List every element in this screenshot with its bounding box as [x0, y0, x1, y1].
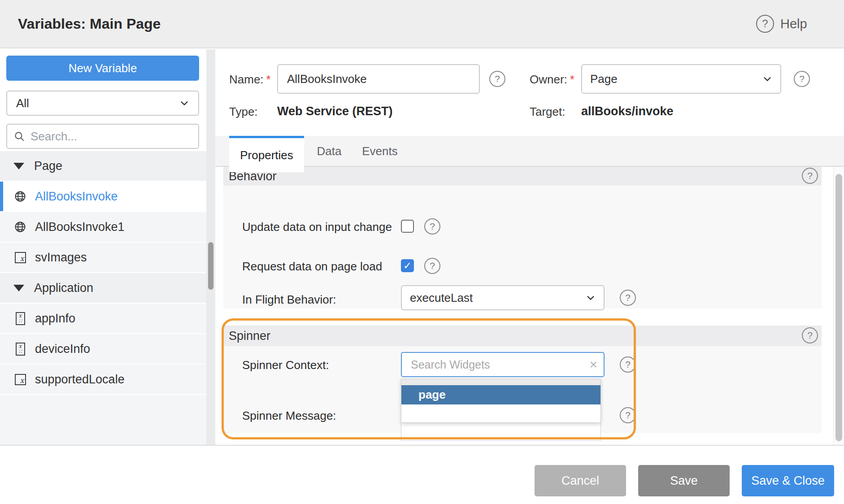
- spinner-context-input[interactable]: [411, 358, 589, 371]
- variable-filter-select[interactable]: All: [6, 91, 199, 116]
- variable-tree: Page AllBooksInvoke AllBooksInvoke1 x sv…: [0, 151, 206, 445]
- filter-selected-value: All: [16, 96, 29, 110]
- tree-item-svimages[interactable]: x svImages: [0, 243, 206, 272]
- variable-search-box: [6, 124, 199, 149]
- spinner-section-header: Spinner: [223, 326, 822, 346]
- new-variable-button[interactable]: New Variable: [6, 56, 199, 81]
- name-help-icon[interactable]: ?: [489, 71, 505, 87]
- static-variable-icon: x: [13, 252, 27, 263]
- request-on-load-checkbox[interactable]: ✓: [401, 259, 414, 272]
- behavior-section-body: Update data on input change ? Request da…: [223, 186, 822, 308]
- spinner-context-label: Spinner Context:: [242, 358, 329, 372]
- dropdown-top-gap: [401, 379, 600, 385]
- sidebar-scrollbar-thumb[interactable]: [208, 242, 213, 290]
- save-button[interactable]: Save: [638, 465, 730, 496]
- tree-group-application[interactable]: Application: [0, 273, 206, 303]
- chevron-down-icon: [762, 74, 772, 84]
- model-variable-icon: x∷: [13, 343, 27, 356]
- help-question-icon: ?: [756, 15, 774, 33]
- search-input[interactable]: [30, 130, 192, 143]
- tree-item-allbooksinvoke1[interactable]: AllBooksInvoke1: [0, 212, 206, 242]
- dialog-footer: Cancel Save Save & Close: [0, 446, 844, 504]
- spinner-section-title: Spinner: [229, 329, 270, 343]
- request-on-load-label: Request data on page load: [242, 260, 382, 274]
- spinner-context-combobox: ×: [401, 352, 605, 377]
- variable-editor-panel: Name:* ? Owner:* Page ? Type: Web Servic…: [215, 49, 844, 445]
- tree-item-allbooksinvoke[interactable]: AllBooksInvoke: [0, 182, 206, 211]
- request-on-load-help-icon[interactable]: ?: [424, 258, 440, 274]
- tab-properties[interactable]: Properties: [229, 136, 304, 172]
- inflight-help-icon[interactable]: ?: [620, 290, 636, 306]
- spinner-message-input[interactable]: [401, 423, 601, 441]
- static-variable-icon: x: [13, 374, 27, 385]
- type-value: Web Service (REST): [277, 104, 393, 118]
- tree-item-deviceinfo[interactable]: x∷ deviceInfo: [0, 334, 206, 364]
- model-variable-icon: x∷: [13, 312, 27, 325]
- update-on-input-help-icon[interactable]: ?: [424, 218, 440, 235]
- clear-icon[interactable]: ×: [589, 358, 597, 371]
- chevron-down-icon: [586, 293, 596, 303]
- spinner-section-help-icon[interactable]: ?: [802, 327, 818, 343]
- tree-item-appinfo[interactable]: x∷ appInfo: [0, 304, 206, 333]
- tab-data[interactable]: Data: [315, 136, 344, 167]
- required-asterisk: *: [570, 73, 574, 86]
- cancel-button[interactable]: Cancel: [535, 465, 626, 496]
- inflight-behavior-label: In Flight Behavior:: [242, 293, 336, 307]
- owner-select[interactable]: Page: [581, 64, 781, 94]
- content-scrollbar-thumb[interactable]: [835, 174, 842, 441]
- triangle-down-icon: [13, 285, 24, 291]
- spinner-context-help-icon[interactable]: ?: [620, 356, 636, 373]
- help-label: Help: [780, 17, 807, 31]
- chevron-down-icon: [179, 98, 189, 108]
- service-variable-icon: [13, 221, 27, 233]
- target-label: Target:: [530, 105, 566, 119]
- update-on-input-label: Update data on input change: [242, 220, 392, 234]
- tree-empty-area: [0, 395, 206, 445]
- help-button[interactable]: ? Help: [756, 14, 807, 34]
- save-and-close-button[interactable]: Save & Close: [742, 465, 834, 496]
- behavior-section-help-icon[interactable]: ?: [802, 168, 818, 184]
- service-variable-icon: [13, 190, 27, 203]
- panel-divider: [206, 49, 215, 445]
- required-asterisk: *: [266, 73, 271, 86]
- search-icon: [13, 130, 25, 142]
- spinner-context-dropdown: page: [401, 379, 601, 423]
- variables-dialog: Variables: Main Page ? Help New Variable…: [0, 0, 844, 504]
- tree-group-page[interactable]: Page: [0, 151, 206, 181]
- target-value: allBooks/invoke: [581, 104, 674, 118]
- name-input[interactable]: [277, 64, 480, 94]
- owner-help-icon[interactable]: ?: [794, 71, 810, 87]
- inflight-behavior-select[interactable]: executeLast: [401, 285, 605, 310]
- dialog-header: Variables: Main Page ? Help: [0, 0, 844, 48]
- type-label: Type:: [229, 105, 258, 119]
- page-title: Variables: Main Page: [18, 0, 161, 48]
- name-label: Name:*: [229, 73, 271, 87]
- spinner-message-help-icon[interactable]: ?: [620, 407, 636, 423]
- editor-tabstrip: Properties Data Events: [215, 136, 844, 167]
- behavior-section-header: Behavior: [223, 167, 822, 186]
- variables-sidebar: New Variable All Page AllBooksI: [0, 49, 206, 445]
- inflight-selected-value: executeLast: [410, 291, 473, 305]
- update-on-input-checkbox[interactable]: [401, 220, 414, 233]
- dropdown-option-page[interactable]: page: [401, 385, 600, 404]
- triangle-down-icon: [13, 163, 24, 169]
- owner-selected-value: Page: [590, 72, 618, 86]
- owner-label: Owner:*: [530, 73, 574, 87]
- tree-item-supportedlocale[interactable]: x supportedLocale: [0, 365, 206, 394]
- spinner-message-label: Spinner Message:: [242, 409, 336, 423]
- tab-events[interactable]: Events: [361, 136, 399, 167]
- content-scrollbar: [833, 167, 844, 445]
